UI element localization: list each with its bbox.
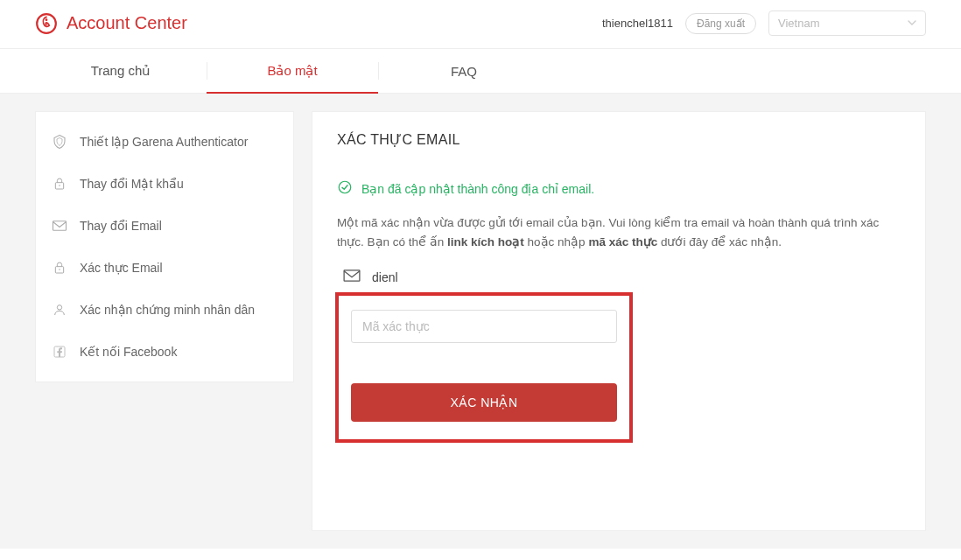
facebook-icon [52,344,67,360]
instruction-mid: hoặc nhập [524,235,589,248]
sidebar-item-label: Thiết lập Garena Authenticator [80,135,248,149]
tabs: Trang chủ Bảo mật FAQ [0,49,961,94]
email-display-text: dienl [372,270,398,284]
user-icon [52,302,67,318]
garena-logo-icon [35,12,58,35]
country-select-label: Vietnam [778,17,819,30]
svg-point-6 [59,269,60,270]
lock-icon [52,176,67,192]
sidebar-item-change-password[interactable]: Thay đổi Mật khẩu [36,163,293,205]
verification-code-input[interactable] [351,310,617,343]
envelope-icon [52,218,67,234]
success-message-row: Bạn đã cập nhật thành công địa chỉ email… [337,179,901,198]
svg-rect-4 [53,221,67,231]
svg-point-1 [46,18,48,21]
sidebar-item-authenticator[interactable]: Thiết lập Garena Authenticator [36,121,293,163]
main: Thiết lập Garena Authenticator Thay đổi … [0,94,961,549]
content-panel: XÁC THỰC EMAIL Bạn đã cập nhật thành côn… [312,111,926,531]
confirm-button[interactable]: XÁC NHẬN [351,383,617,422]
header: Account Center thienchel1811 Đăng xuất V… [0,0,961,49]
sidebar-item-verify-email[interactable]: Xác thực Email [36,247,293,289]
check-circle-icon [337,179,353,198]
code-bold: mã xác thực [588,235,657,248]
sidebar-item-label: Thay đổi Email [80,219,162,233]
tab-security[interactable]: Bảo mật [207,49,378,93]
lock-icon [52,260,67,276]
sidebar-item-change-email[interactable]: Thay đổi Email [36,205,293,247]
chevron-down-icon [908,17,916,30]
email-display-row: dienl [337,269,901,285]
country-select[interactable]: Vietnam [768,10,926,36]
svg-point-9 [339,181,351,193]
svg-point-3 [59,185,60,186]
sidebar-item-label: Kết nối Facebook [80,345,177,359]
header-left: Account Center [35,12,187,35]
logout-button[interactable]: Đăng xuất [685,13,756,34]
link-activation-bold: link kích hoạt [447,235,524,248]
content-title: XÁC THỰC EMAIL [337,131,901,148]
sidebar-item-label: Xác nhận chứng minh nhân dân [80,303,255,317]
instruction-end: dưới đây để xác nhận. [657,235,782,248]
sidebar-item-verify-id[interactable]: Xác nhận chứng minh nhân dân [36,289,293,331]
instruction-text: Một mã xác nhận vừa được gửi tới email c… [337,214,901,251]
success-message-text: Bạn đã cập nhật thành công địa chỉ email… [361,182,594,196]
verification-box: XÁC NHẬN [335,292,633,443]
sidebar-item-label: Thay đổi Mật khẩu [80,177,184,191]
sidebar-item-label: Xác thực Email [80,261,163,275]
sidebar: Thiết lập Garena Authenticator Thay đổi … [35,111,294,382]
header-right: thienchel1811 Đăng xuất Vietnam [602,10,926,36]
brand-title: Account Center [67,13,187,33]
svg-rect-10 [344,270,360,281]
username: thienchel1811 [602,17,673,30]
svg-point-7 [57,305,61,310]
shield-icon [52,134,67,150]
tab-faq[interactable]: FAQ [378,50,550,93]
envelope-icon [342,269,361,285]
sidebar-item-connect-facebook[interactable]: Kết nối Facebook [36,331,293,373]
tab-home[interactable]: Trang chủ [35,49,207,93]
